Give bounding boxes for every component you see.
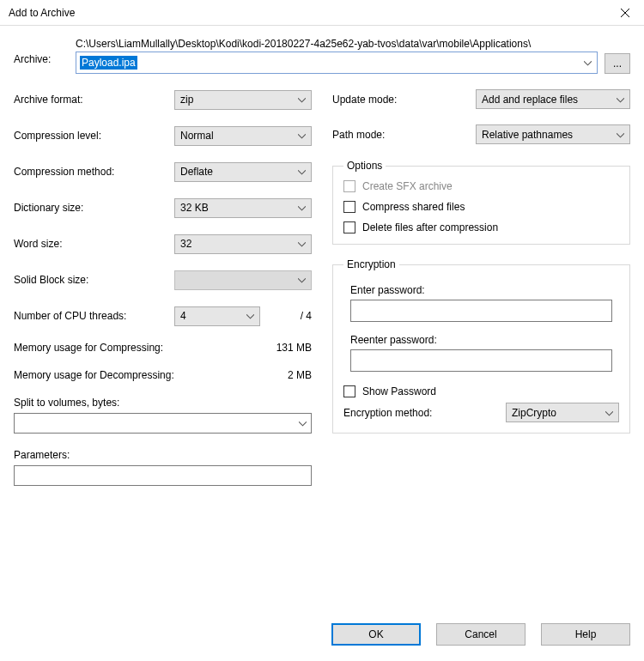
archive-name-combo[interactable]: Payload.ipa	[76, 52, 598, 74]
titlebar: Add to Archive	[0, 0, 644, 26]
reenter-password-input[interactable]	[350, 349, 612, 372]
archive-format-select[interactable]: zip	[174, 90, 312, 110]
help-button[interactable]: Help	[541, 623, 630, 646]
path-mode-select[interactable]: Relative pathnames	[476, 124, 630, 144]
options-group: Options Create SFX archive Compress shar…	[332, 160, 630, 245]
chevron-down-icon	[298, 238, 306, 250]
archive-format-label: Archive format:	[14, 94, 174, 106]
update-mode-label: Update mode:	[332, 94, 397, 106]
cancel-button[interactable]: Cancel	[436, 623, 526, 646]
memory-decompress-value: 2 MB	[288, 369, 312, 381]
chevron-down-icon	[246, 310, 254, 322]
split-volumes-label: Split to volumes, bytes:	[14, 397, 312, 409]
chevron-down-icon	[298, 94, 306, 106]
options-legend: Options	[343, 160, 386, 172]
chevron-down-icon	[617, 94, 624, 106]
compression-method-label: Compression method:	[14, 166, 174, 178]
chevron-down-icon	[584, 57, 592, 69]
create-sfx-checkbox: Create SFX archive	[343, 180, 619, 192]
enter-password-input[interactable]	[350, 300, 612, 322]
memory-compress-value: 131 MB	[276, 342, 312, 354]
split-volumes-input[interactable]	[14, 413, 312, 434]
encryption-method-select[interactable]: ZipCrypto	[506, 403, 619, 422]
delete-after-checkbox[interactable]: Delete files after compression	[343, 221, 619, 233]
chevron-down-icon	[605, 407, 613, 419]
archive-filename: Payload.ipa	[80, 56, 137, 70]
reenter-password-label: Reenter password:	[350, 334, 612, 346]
archive-path: C:\Users\LiamMullally\Desktop\Kodi\kodi-…	[76, 38, 598, 50]
checkbox-icon	[343, 221, 355, 233]
show-password-checkbox[interactable]: Show Password	[343, 385, 619, 397]
chevron-down-icon	[298, 166, 306, 178]
chevron-down-icon	[299, 417, 307, 429]
chevron-down-icon	[298, 202, 306, 214]
update-mode-select[interactable]: Add and replace files	[476, 89, 630, 109]
cpu-threads-select[interactable]: 4	[174, 306, 260, 326]
checkbox-icon	[343, 201, 355, 213]
encryption-legend: Encryption	[343, 258, 399, 270]
ok-button[interactable]: OK	[331, 623, 421, 646]
memory-compress-label: Memory usage for Compressing:	[14, 342, 163, 354]
cpu-threads-max: / 4	[269, 310, 312, 322]
encryption-method-label: Encryption method:	[343, 407, 432, 419]
enter-password-label: Enter password:	[350, 284, 612, 296]
solid-block-size-select	[174, 270, 312, 290]
close-button[interactable]	[605, 0, 644, 26]
solid-block-size-label: Solid Block size:	[14, 274, 174, 286]
memory-decompress-label: Memory usage for Decompressing:	[14, 369, 174, 381]
dictionary-size-label: Dictionary size:	[14, 202, 174, 214]
chevron-down-icon	[298, 130, 306, 142]
close-icon	[621, 9, 629, 17]
compression-method-select[interactable]: Deflate	[174, 162, 312, 182]
checkbox-icon	[343, 180, 355, 192]
encryption-group: Encryption Enter password: Reenter passw…	[332, 258, 630, 434]
compress-shared-checkbox[interactable]: Compress shared files	[343, 201, 619, 213]
archive-label: Archive:	[14, 38, 69, 65]
compression-level-select[interactable]: Normal	[174, 126, 312, 146]
cpu-threads-label: Number of CPU threads:	[14, 310, 174, 322]
compression-level-label: Compression level:	[14, 130, 174, 142]
word-size-label: Word size:	[14, 238, 174, 250]
parameters-label: Parameters:	[14, 449, 312, 461]
word-size-select[interactable]: 32	[174, 234, 312, 254]
path-mode-label: Path mode:	[332, 129, 385, 141]
parameters-input[interactable]	[14, 465, 312, 486]
dictionary-size-select[interactable]: 32 KB	[174, 198, 312, 218]
chevron-down-icon	[617, 129, 624, 141]
browse-button[interactable]: ...	[605, 53, 630, 74]
checkbox-icon	[343, 385, 355, 397]
chevron-down-icon	[298, 274, 306, 286]
window-title: Add to Archive	[9, 7, 75, 19]
